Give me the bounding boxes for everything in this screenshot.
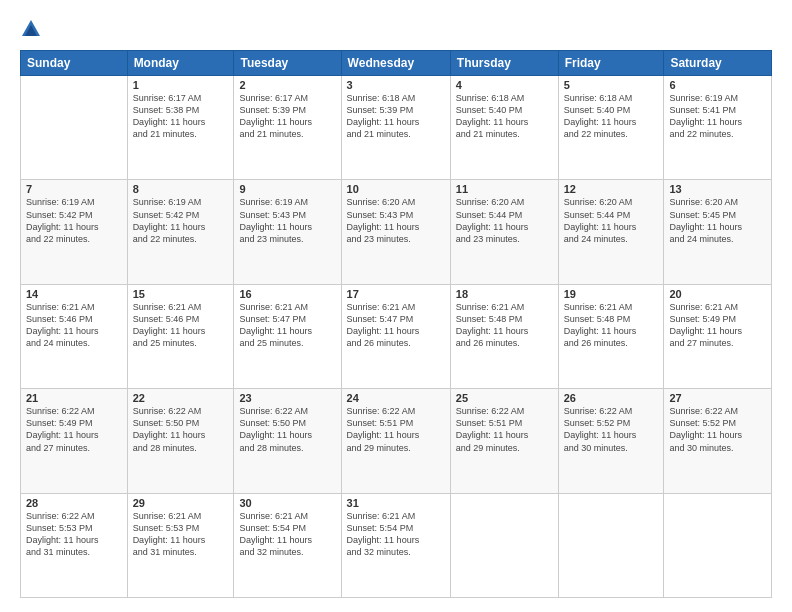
- day-cell: 9Sunrise: 6:19 AMSunset: 5:43 PMDaylight…: [234, 180, 341, 284]
- day-number: 24: [347, 392, 445, 404]
- header-day-sunday: Sunday: [21, 51, 128, 76]
- day-number: 30: [239, 497, 335, 509]
- day-info: Sunrise: 6:20 AMSunset: 5:43 PMDaylight:…: [347, 196, 445, 245]
- day-number: 13: [669, 183, 766, 195]
- day-cell: 14Sunrise: 6:21 AMSunset: 5:46 PMDayligh…: [21, 284, 128, 388]
- day-cell: 31Sunrise: 6:21 AMSunset: 5:54 PMDayligh…: [341, 493, 450, 597]
- day-number: 27: [669, 392, 766, 404]
- day-info: Sunrise: 6:21 AMSunset: 5:49 PMDaylight:…: [669, 301, 766, 350]
- day-info: Sunrise: 6:21 AMSunset: 5:46 PMDaylight:…: [133, 301, 229, 350]
- day-number: 23: [239, 392, 335, 404]
- week-row-4: 28Sunrise: 6:22 AMSunset: 5:53 PMDayligh…: [21, 493, 772, 597]
- header-day-thursday: Thursday: [450, 51, 558, 76]
- day-number: 16: [239, 288, 335, 300]
- day-cell: 18Sunrise: 6:21 AMSunset: 5:48 PMDayligh…: [450, 284, 558, 388]
- header: [20, 18, 772, 40]
- day-number: 20: [669, 288, 766, 300]
- day-cell: 21Sunrise: 6:22 AMSunset: 5:49 PMDayligh…: [21, 389, 128, 493]
- day-cell: 5Sunrise: 6:18 AMSunset: 5:40 PMDaylight…: [558, 76, 664, 180]
- day-info: Sunrise: 6:19 AMSunset: 5:42 PMDaylight:…: [133, 196, 229, 245]
- week-row-1: 7Sunrise: 6:19 AMSunset: 5:42 PMDaylight…: [21, 180, 772, 284]
- week-row-3: 21Sunrise: 6:22 AMSunset: 5:49 PMDayligh…: [21, 389, 772, 493]
- day-cell: 10Sunrise: 6:20 AMSunset: 5:43 PMDayligh…: [341, 180, 450, 284]
- day-number: 29: [133, 497, 229, 509]
- day-number: 15: [133, 288, 229, 300]
- day-number: 19: [564, 288, 659, 300]
- day-cell: 29Sunrise: 6:21 AMSunset: 5:53 PMDayligh…: [127, 493, 234, 597]
- day-cell: 1Sunrise: 6:17 AMSunset: 5:38 PMDaylight…: [127, 76, 234, 180]
- day-info: Sunrise: 6:20 AMSunset: 5:44 PMDaylight:…: [564, 196, 659, 245]
- day-cell: 19Sunrise: 6:21 AMSunset: 5:48 PMDayligh…: [558, 284, 664, 388]
- day-number: 12: [564, 183, 659, 195]
- day-cell: 26Sunrise: 6:22 AMSunset: 5:52 PMDayligh…: [558, 389, 664, 493]
- day-info: Sunrise: 6:22 AMSunset: 5:49 PMDaylight:…: [26, 405, 122, 454]
- calendar-body: 1Sunrise: 6:17 AMSunset: 5:38 PMDaylight…: [21, 76, 772, 598]
- day-number: 10: [347, 183, 445, 195]
- page: SundayMondayTuesdayWednesdayThursdayFrid…: [0, 0, 792, 612]
- day-info: Sunrise: 6:19 AMSunset: 5:43 PMDaylight:…: [239, 196, 335, 245]
- day-info: Sunrise: 6:21 AMSunset: 5:47 PMDaylight:…: [347, 301, 445, 350]
- day-number: 18: [456, 288, 553, 300]
- day-cell: 8Sunrise: 6:19 AMSunset: 5:42 PMDaylight…: [127, 180, 234, 284]
- day-number: 7: [26, 183, 122, 195]
- day-number: 11: [456, 183, 553, 195]
- day-info: Sunrise: 6:22 AMSunset: 5:52 PMDaylight:…: [564, 405, 659, 454]
- day-info: Sunrise: 6:21 AMSunset: 5:48 PMDaylight:…: [456, 301, 553, 350]
- day-cell: 23Sunrise: 6:22 AMSunset: 5:50 PMDayligh…: [234, 389, 341, 493]
- day-number: 4: [456, 79, 553, 91]
- day-cell: 28Sunrise: 6:22 AMSunset: 5:53 PMDayligh…: [21, 493, 128, 597]
- day-info: Sunrise: 6:18 AMSunset: 5:40 PMDaylight:…: [564, 92, 659, 141]
- day-cell: [21, 76, 128, 180]
- day-number: 5: [564, 79, 659, 91]
- day-info: Sunrise: 6:22 AMSunset: 5:51 PMDaylight:…: [347, 405, 445, 454]
- day-cell: 4Sunrise: 6:18 AMSunset: 5:40 PMDaylight…: [450, 76, 558, 180]
- day-cell: [558, 493, 664, 597]
- day-info: Sunrise: 6:17 AMSunset: 5:39 PMDaylight:…: [239, 92, 335, 141]
- day-info: Sunrise: 6:22 AMSunset: 5:50 PMDaylight:…: [133, 405, 229, 454]
- day-cell: 15Sunrise: 6:21 AMSunset: 5:46 PMDayligh…: [127, 284, 234, 388]
- day-info: Sunrise: 6:21 AMSunset: 5:46 PMDaylight:…: [26, 301, 122, 350]
- day-number: 14: [26, 288, 122, 300]
- day-info: Sunrise: 6:18 AMSunset: 5:40 PMDaylight:…: [456, 92, 553, 141]
- day-info: Sunrise: 6:21 AMSunset: 5:54 PMDaylight:…: [239, 510, 335, 559]
- day-number: 3: [347, 79, 445, 91]
- day-cell: 11Sunrise: 6:20 AMSunset: 5:44 PMDayligh…: [450, 180, 558, 284]
- header-day-saturday: Saturday: [664, 51, 772, 76]
- day-number: 25: [456, 392, 553, 404]
- day-info: Sunrise: 6:21 AMSunset: 5:48 PMDaylight:…: [564, 301, 659, 350]
- header-day-friday: Friday: [558, 51, 664, 76]
- day-info: Sunrise: 6:19 AMSunset: 5:41 PMDaylight:…: [669, 92, 766, 141]
- day-cell: 7Sunrise: 6:19 AMSunset: 5:42 PMDaylight…: [21, 180, 128, 284]
- day-info: Sunrise: 6:19 AMSunset: 5:42 PMDaylight:…: [26, 196, 122, 245]
- day-cell: 20Sunrise: 6:21 AMSunset: 5:49 PMDayligh…: [664, 284, 772, 388]
- day-number: 2: [239, 79, 335, 91]
- day-cell: 22Sunrise: 6:22 AMSunset: 5:50 PMDayligh…: [127, 389, 234, 493]
- day-cell: [664, 493, 772, 597]
- day-number: 31: [347, 497, 445, 509]
- day-info: Sunrise: 6:18 AMSunset: 5:39 PMDaylight:…: [347, 92, 445, 141]
- day-cell: [450, 493, 558, 597]
- day-cell: 17Sunrise: 6:21 AMSunset: 5:47 PMDayligh…: [341, 284, 450, 388]
- week-row-2: 14Sunrise: 6:21 AMSunset: 5:46 PMDayligh…: [21, 284, 772, 388]
- header-day-wednesday: Wednesday: [341, 51, 450, 76]
- week-row-0: 1Sunrise: 6:17 AMSunset: 5:38 PMDaylight…: [21, 76, 772, 180]
- day-info: Sunrise: 6:22 AMSunset: 5:51 PMDaylight:…: [456, 405, 553, 454]
- day-cell: 25Sunrise: 6:22 AMSunset: 5:51 PMDayligh…: [450, 389, 558, 493]
- day-cell: 27Sunrise: 6:22 AMSunset: 5:52 PMDayligh…: [664, 389, 772, 493]
- day-cell: 16Sunrise: 6:21 AMSunset: 5:47 PMDayligh…: [234, 284, 341, 388]
- day-info: Sunrise: 6:21 AMSunset: 5:54 PMDaylight:…: [347, 510, 445, 559]
- day-cell: 3Sunrise: 6:18 AMSunset: 5:39 PMDaylight…: [341, 76, 450, 180]
- day-info: Sunrise: 6:22 AMSunset: 5:52 PMDaylight:…: [669, 405, 766, 454]
- day-number: 1: [133, 79, 229, 91]
- day-info: Sunrise: 6:20 AMSunset: 5:45 PMDaylight:…: [669, 196, 766, 245]
- header-row: SundayMondayTuesdayWednesdayThursdayFrid…: [21, 51, 772, 76]
- header-day-tuesday: Tuesday: [234, 51, 341, 76]
- day-number: 28: [26, 497, 122, 509]
- day-info: Sunrise: 6:21 AMSunset: 5:53 PMDaylight:…: [133, 510, 229, 559]
- day-number: 21: [26, 392, 122, 404]
- day-number: 22: [133, 392, 229, 404]
- day-number: 9: [239, 183, 335, 195]
- day-cell: 24Sunrise: 6:22 AMSunset: 5:51 PMDayligh…: [341, 389, 450, 493]
- day-number: 6: [669, 79, 766, 91]
- day-cell: 30Sunrise: 6:21 AMSunset: 5:54 PMDayligh…: [234, 493, 341, 597]
